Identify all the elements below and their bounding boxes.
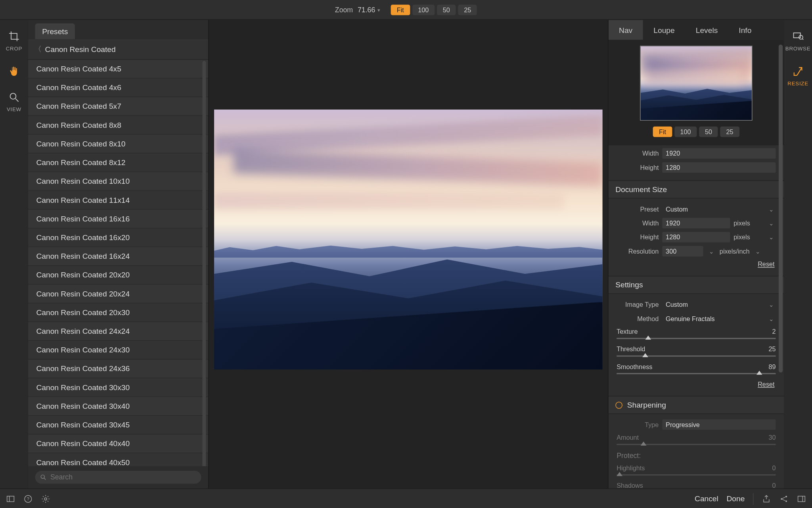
preset-item[interactable]: Canon Resin Coated 40x50 xyxy=(28,453,208,466)
browse-tool[interactable]: BROWSE xyxy=(785,31,810,52)
settings-header[interactable]: Settings xyxy=(609,276,784,294)
nav-thumbnail[interactable] xyxy=(640,46,752,121)
svg-point-2 xyxy=(41,475,44,479)
nav-zoom-25[interactable]: 25 xyxy=(720,127,739,137)
zoom-pill-50[interactable]: 50 xyxy=(437,4,456,15)
smoothness-slider[interactable]: Smoothness89 xyxy=(609,361,784,378)
preset-item[interactable]: Canon Resin Coated 24x30 xyxy=(28,341,208,360)
settings-reset-button[interactable]: Reset xyxy=(609,378,784,390)
doc-reset-button[interactable]: Reset xyxy=(609,258,784,270)
chevron-down-icon[interactable]: ⌄ xyxy=(766,234,776,240)
highlights-slider[interactable]: Highlights0 xyxy=(609,462,784,479)
circle-toggle-icon[interactable] xyxy=(615,401,622,408)
crop-icon xyxy=(8,31,20,42)
right-tool-rail: BROWSE RESIZE xyxy=(784,20,812,488)
back-icon: 〈 xyxy=(34,44,42,55)
shadows-slider[interactable]: Shadows0 xyxy=(609,479,784,488)
left-tool-rail: CROP VIEW xyxy=(0,20,28,488)
preset-item[interactable]: Canon Resin Coated 30x45 xyxy=(28,416,208,435)
preset-item[interactable]: Canon Resin Coated 20x20 xyxy=(28,266,208,285)
pan-tool[interactable] xyxy=(8,65,20,77)
tab-info[interactable]: Info xyxy=(728,20,762,40)
preset-item[interactable]: Canon Resin Coated 24x24 xyxy=(28,322,208,341)
cancel-button[interactable]: Cancel xyxy=(695,494,718,503)
zoom-pill-100[interactable]: 100 xyxy=(412,4,435,15)
chevron-down-icon: ⌄ xyxy=(766,316,776,322)
svg-point-13 xyxy=(785,496,787,497)
threshold-slider[interactable]: Threshold25 xyxy=(609,343,784,361)
zoom-pill-fit[interactable]: Fit xyxy=(391,4,410,15)
preset-item[interactable]: Canon Resin Coated 8x10 xyxy=(28,135,208,153)
preview-image xyxy=(214,110,603,369)
panel-toggle-right-icon[interactable] xyxy=(797,494,806,504)
preset-category-header[interactable]: 〈 Canon Resin Coated xyxy=(28,39,208,60)
chevron-down-icon[interactable]: ⌄ xyxy=(766,220,776,226)
presets-tab[interactable]: Presets xyxy=(35,23,75,39)
preset-item[interactable]: Canon Resin Coated 20x24 xyxy=(28,285,208,303)
zoom-pill-group: Fit 100 50 25 xyxy=(391,4,477,15)
svg-line-3 xyxy=(44,478,46,480)
pixel-height-input[interactable]: 1280 xyxy=(662,162,776,173)
sharpen-type-select[interactable]: Progressive xyxy=(662,419,776,430)
svg-rect-4 xyxy=(793,33,800,38)
method-select[interactable]: Genuine Fractals xyxy=(662,313,763,324)
zoom-value-dropdown[interactable]: 71.66 ▾ xyxy=(358,6,381,14)
pixel-height-label: Height xyxy=(617,164,659,171)
browse-icon xyxy=(792,31,804,42)
chevron-down-icon[interactable]: ⌄ xyxy=(753,248,762,254)
preset-item[interactable]: Canon Resin Coated 11x14 xyxy=(28,191,208,210)
preset-item[interactable]: Canon Resin Coated 4x5 xyxy=(28,60,208,79)
preset-item[interactable]: Canon Resin Coated 24x36 xyxy=(28,360,208,378)
preset-item[interactable]: Canon Resin Coated 30x40 xyxy=(28,397,208,416)
nav-zoom-50[interactable]: 50 xyxy=(699,127,718,137)
done-button[interactable]: Done xyxy=(726,494,745,503)
scrollbar[interactable] xyxy=(779,44,783,372)
canvas-area[interactable] xyxy=(208,20,608,488)
doc-height-input[interactable]: 1280 xyxy=(662,232,730,242)
preset-item[interactable]: Canon Resin Coated 16x24 xyxy=(28,247,208,266)
zoom-pill-25[interactable]: 25 xyxy=(458,4,477,15)
presets-panel: Presets 〈 Canon Resin Coated Canon Resin… xyxy=(28,20,208,488)
share-icon[interactable] xyxy=(762,494,771,504)
nav-zoom-100[interactable]: 100 xyxy=(674,127,697,137)
preset-item[interactable]: Canon Resin Coated 30x30 xyxy=(28,378,208,397)
view-tool[interactable]: VIEW xyxy=(7,91,21,112)
preset-list: Canon Resin Coated 4x5 Canon Resin Coate… xyxy=(28,60,208,466)
scrollbar[interactable] xyxy=(203,61,206,466)
crop-tool[interactable]: CROP xyxy=(6,31,22,52)
gear-icon[interactable] xyxy=(41,494,50,504)
link-icon[interactable] xyxy=(779,494,789,504)
preset-item[interactable]: Canon Resin Coated 20x30 xyxy=(28,303,208,322)
resize-tool[interactable]: RESIZE xyxy=(787,65,808,87)
magnify-icon xyxy=(8,91,20,103)
tab-loupe[interactable]: Loupe xyxy=(643,20,685,40)
preset-item[interactable]: Canon Resin Coated 16x16 xyxy=(28,210,208,228)
pixel-width-input[interactable]: 1920 xyxy=(662,148,776,159)
preset-item[interactable]: Canon Resin Coated 10x10 xyxy=(28,172,208,191)
doc-width-input[interactable]: 1920 xyxy=(662,218,730,229)
sharpening-header[interactable]: Sharpening xyxy=(609,396,784,414)
preset-item[interactable]: Canon Resin Coated 4x6 xyxy=(28,79,208,97)
chevron-down-icon[interactable]: ⌄ xyxy=(707,248,716,254)
preset-item[interactable]: Canon Resin Coated 8x12 xyxy=(28,154,208,172)
preset-item[interactable]: Canon Resin Coated 16x20 xyxy=(28,228,208,247)
preset-search-input[interactable] xyxy=(35,471,201,483)
doc-preset-select[interactable]: Custom xyxy=(662,204,763,214)
preset-item[interactable]: Canon Resin Coated 8x8 xyxy=(28,116,208,135)
preset-item[interactable]: Canon Resin Coated 40x40 xyxy=(28,435,208,453)
document-size-header[interactable]: Document Size xyxy=(609,180,784,198)
texture-slider[interactable]: Texture2 xyxy=(609,325,784,343)
preset-item[interactable]: Canon Resin Coated 5x7 xyxy=(28,97,208,116)
inspector-tabs: Nav Loupe Levels Info xyxy=(609,20,784,40)
tab-nav[interactable]: Nav xyxy=(609,20,643,40)
tab-levels[interactable]: Levels xyxy=(685,20,728,40)
panel-toggle-icon[interactable] xyxy=(6,494,15,504)
image-type-select[interactable]: Custom xyxy=(662,299,763,310)
chevron-down-icon: ▾ xyxy=(377,7,380,13)
nav-zoom-fit[interactable]: Fit xyxy=(653,127,672,137)
amount-slider[interactable]: Amount30 xyxy=(609,431,784,449)
help-icon[interactable]: ? xyxy=(23,494,33,504)
doc-res-input[interactable]: 300 xyxy=(662,246,703,257)
bottom-bar: ? Cancel Done xyxy=(0,489,812,508)
resize-icon xyxy=(792,65,804,77)
